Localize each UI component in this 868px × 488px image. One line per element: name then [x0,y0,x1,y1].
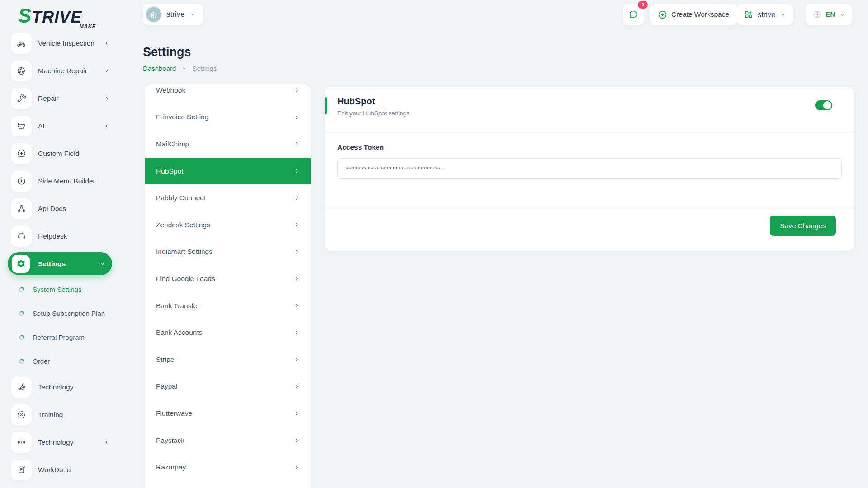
settings-menu-item-find-google-leads[interactable]: Find Google Leads [145,265,311,292]
chevron-right-icon [294,330,300,336]
chevron-right-icon [294,222,300,228]
chevron-right-icon [294,141,300,147]
sidebar-item-technology-broadcast[interactable]: Technology [0,428,118,456]
topbar: STRIVE MAKE strive 0 Create Workspace [0,0,868,33]
account-dropdown[interactable]: strive [737,4,793,25]
sidebar-item-machine-repair[interactable]: Machine Repair [0,57,118,84]
chevron-right-icon [294,249,300,255]
sidebar-item-ai[interactable]: AI [0,112,118,140]
sidebar-item-training[interactable]: Training [0,401,118,428]
document-icon [11,460,32,480]
sidebar-subitem-label: System Settings [33,286,81,293]
chat-icon [628,9,639,20]
sidebar-subitem-order[interactable]: Order [0,349,118,373]
sidebar-item-workdo-io[interactable]: WorkDo.io [0,456,118,483]
chevron-right-icon [294,437,300,443]
chevron-down-icon [840,12,845,18]
settings-menu-item-zendesk[interactable]: Zendesk Settings [145,211,311,239]
sidebar-subitem-label: Referral Program [33,333,85,341]
sidebar-subitem-system-settings[interactable]: System Settings [0,277,118,301]
nodes-icon [11,377,32,398]
bullet-icon [19,287,24,292]
sidebar-item-label: Api Docs [38,205,66,213]
sidebar: Vehicle Inspection Machine Repair Repair… [0,29,118,483]
settings-menu-item-bank-transfer[interactable]: Bank Transfer [145,292,311,319]
settings-menu-item-indiamart[interactable]: Indiamart Settings [145,239,311,266]
settings-menu-item-label: Stripe [156,356,175,364]
settings-menu-item-flutterwave[interactable]: Flutterwave [145,400,311,427]
bullet-icon [19,359,24,364]
sidebar-item-vehicle-inspection[interactable]: Vehicle Inspection [0,29,118,57]
broadcast-icon [11,432,32,453]
sidebar-item-label: Machine Repair [38,67,87,75]
settings-menu-item-hubspot[interactable]: HubSpot [145,158,311,185]
sidebar-item-api-docs[interactable]: Api Docs [0,195,118,222]
sidebar-item-label: Helpdesk [38,232,67,240]
workspace-switcher[interactable]: strive [143,4,203,25]
chevron-right-icon [294,114,300,120]
wrench-icon [11,88,32,109]
settings-menu-item-paystack[interactable]: Paystack [145,427,311,454]
settings-menu-item-label: Razorpay [156,463,186,471]
chevron-right-icon [294,303,300,309]
motorcycle-icon [11,33,32,54]
settings-menu-item-webhook[interactable]: Webhook [145,84,311,104]
settings-menu-item-mailchimp[interactable]: MailChimp [145,131,311,158]
chevron-right-icon [104,123,109,129]
messages-button[interactable]: 0 [623,4,644,25]
sidebar-item-side-menu-builder[interactable]: Side Menu Builder [0,167,118,195]
settings-menu-item-razorpay[interactable]: Razorpay [145,454,311,481]
sidebar-item-label: Technology [38,438,73,446]
sidebar-item-repair[interactable]: Repair [0,84,118,112]
settings-menu-item-label: E-invoice Setting [156,113,208,121]
settings-menu-item-stripe[interactable]: Stripe [145,346,311,373]
sidebar-item-technology-nodes[interactable]: Technology [0,373,118,401]
plus-circle-icon [11,171,32,192]
hubspot-enabled-toggle[interactable] [815,100,832,110]
settings-menu-item-pabbly-connect[interactable]: Pabbly Connect [145,184,311,211]
chevron-right-icon [294,168,300,174]
access-token-input[interactable] [337,158,842,179]
toggle-knob [823,101,831,109]
settings-menu-card: Webhook E-invoice Setting MailChimp HubS… [145,84,311,488]
access-token-label: Access Token [337,143,384,151]
globe-icon [812,10,821,19]
sidebar-item-label: AI [38,122,45,130]
settings-menu-item-label: Indiamart Settings [156,248,212,256]
settings-menu-item-bank-accounts[interactable]: Bank Accounts [145,319,311,346]
account-label: strive [758,10,775,19]
breadcrumb-dashboard-link[interactable]: Dashboard [143,65,176,72]
breadcrumb: Dashboard Settings [143,65,217,72]
chevron-right-icon [294,276,300,282]
settings-menu-item-e-invoice[interactable]: E-invoice Setting [145,104,311,131]
chevron-right-icon [294,465,300,470]
sidebar-subitem-referral-program[interactable]: Referral Program [0,325,118,349]
brand-logo-text: TRIVE [32,8,82,26]
fox-icon [11,116,32,136]
brand-logo[interactable]: STRIVE MAKE [18,5,104,28]
settings-menu-item-label: MailChimp [156,140,189,148]
settings-menu-item-paypal[interactable]: Paypal [145,373,311,400]
create-workspace-button[interactable]: Create Workspace [650,4,737,25]
language-dropdown[interactable]: EN [806,4,852,25]
settings-menu-item-label: Paypal [156,382,177,390]
gear-icon [12,255,30,273]
save-changes-button[interactable]: Save Changes [770,216,836,236]
sidebar-item-helpdesk[interactable]: Helpdesk [0,222,118,250]
panel-title: HubSpot [337,96,375,107]
chevron-right-icon [181,66,187,71]
machine-wheel-icon [11,61,32,81]
sidebar-subitem-label: Setup Subscription Plan [33,310,105,317]
sidebar-subitem-setup-subscription-plan[interactable]: Setup Subscription Plan [0,301,118,325]
settings-menu-item-label: Bank Accounts [156,328,203,337]
sidebar-item-label: Custom Field [38,150,79,158]
page-title: Settings [143,45,191,59]
create-workspace-label: Create Workspace [671,10,729,19]
settings-menu-item-label: HubSpot [156,167,183,175]
sidebar-item-label: Vehicle Inspection [38,39,94,47]
chevron-right-icon [294,410,300,416]
plus-circle-icon [11,143,32,164]
panel-subtitle: Edit your HubSpot settings [337,110,410,117]
sidebar-item-custom-field[interactable]: Custom Field [0,140,118,167]
sidebar-item-settings[interactable]: Settings [0,250,118,277]
